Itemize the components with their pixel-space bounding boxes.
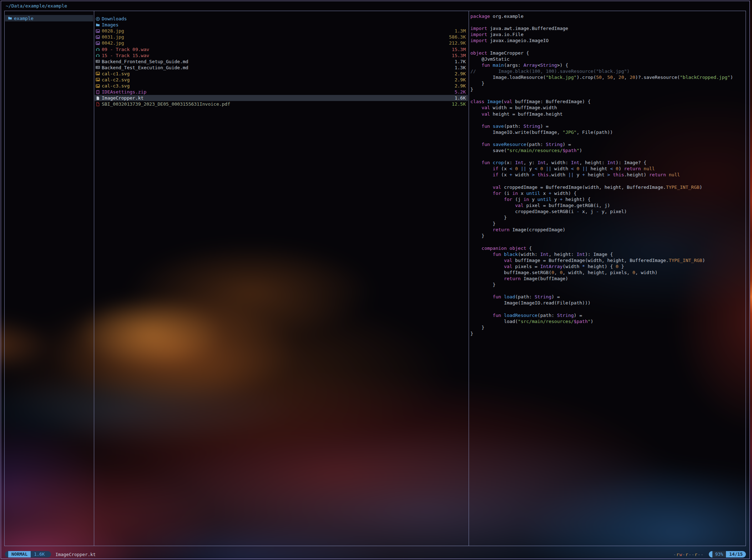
parent-dir-name: example [14,16,34,21]
preview-pane: package org.exampleimport java.awt.image… [470,13,743,544]
file-size: 586.3K [449,34,468,40]
code-line: fun crop(x: Int, y: Int, width: Int, hei… [470,160,743,166]
parent-dir-item[interactable]: example [5,15,93,21]
file-size: 1.3K [455,65,468,70]
file-name: 0031.jpg [102,34,124,40]
file-size: 1.3M [455,28,468,34]
code-line [470,178,743,184]
code-line: buffImage.setRGB(0, 0, width, height, pi… [470,269,743,276]
code-line: } [470,221,743,227]
code-line: Image.loadResource("black.jpg").crop(50,… [470,74,743,80]
code-line: if (x < 0 || y < 0 || width < 0 || heigh… [470,166,743,172]
list-position: 14/15 [726,551,746,558]
file-size: 1.7K [455,59,468,64]
code-line: object ImageCropper { [470,50,743,56]
code-line: ImageIO.write(buffImage, "JPG", File(pat… [470,129,743,135]
file-row[interactable]: ImageCropper.kt1.6K [95,95,468,101]
terminal-screen: ~/Data/example/example example Downloads… [0,0,752,560]
file-name: Downloads [102,16,127,21]
file-row[interactable]: 0028.jpg1.3M [95,28,468,34]
code-line: val croppedImage = BufferedImage(width, … [470,184,743,190]
file-row[interactable]: Backend_Test_Execution_Guide.md1.3K [95,65,468,71]
file-size: 15.3M [452,47,468,52]
pill-left-cap [5,551,8,558]
file-row[interactable]: 0031.jpg586.3K [95,34,468,40]
status-bar: NORMAL 1.6K ImageCropper.kt -rw-r--r-- 9… [5,551,746,558]
file-size: 2.9K [455,77,468,82]
status-left: NORMAL 1.6K ImageCropper.kt [5,551,96,558]
file-name: Images [102,22,118,27]
code-line [470,239,743,245]
code-line: fun saveResource(path: String) = [470,141,743,147]
status-right: -rw-r--r-- 93% 14/15 [673,551,746,558]
file-row[interactable]: 09 - Track 09.wav15.3M [95,46,468,52]
file-row[interactable]: Images [95,22,468,28]
file-row[interactable]: 0042.jpg212.9K [95,40,468,46]
file-icon [95,96,101,100]
code-line: return Image(buffImage) [470,276,743,282]
folder-icon [95,23,101,27]
file-row[interactable]: Backend_Frontend_Setup_Guide.md1.7K [95,59,468,65]
file-name: IDEAsettings.zip [102,89,146,95]
code-line: class Image(val buffImage: BufferedImage… [470,99,743,105]
image-icon [95,29,101,33]
status-filename: ImageCropper.kt [55,552,96,557]
code-line: import java.io.File [470,31,743,37]
file-row[interactable]: cal-c2.svg2.9K [95,77,468,83]
breadcrumb-path: ~/Data/example/example [6,2,67,10]
code-line: companion object { [470,245,743,251]
mode-indicator: NORMAL [8,551,31,558]
file-row[interactable]: 15 - Track 15.wav15.3M [95,52,468,59]
file-row[interactable]: cal-c1.svg2.9K [95,71,468,77]
file-size: 5.2K [455,89,468,95]
folder-icon [7,16,13,20]
image-icon [95,35,101,39]
code-line [470,19,743,25]
code-line [470,288,743,294]
file-size: 212.9K [449,40,468,46]
parent-pane: example [5,15,93,21]
pane-separator-right [469,11,469,546]
code-line: Image(ImageIO.read(File(path))) [470,300,743,306]
file-name: 15 - Track 15.wav [102,53,149,58]
code-line: val height = buffImage.height [470,111,743,117]
image-icon [95,77,101,82]
code-line: fun loadResource(path: String) = [470,312,743,318]
code-line: croppedImage.setRGB(i - x, j - y, pixel) [470,208,743,215]
code-line: } [470,80,743,86]
file-row[interactable]: Downloads [95,16,468,22]
position-pill-left-cap [709,551,712,558]
code-line [470,153,743,160]
code-line [470,44,743,50]
code-line: for (j in y until y + height) { [470,196,743,202]
file-name: SBI_0032013739_2023_DE05_0003155631Invoi… [102,101,230,107]
code-line: val buffImage = BufferedImage(width, hei… [470,257,743,263]
file-size-badge: 1.6K [31,551,48,558]
pdf-icon [95,102,101,106]
code-line: fun main(args: Array<String>) { [470,62,743,68]
file-name: ImageCropper.kt [102,95,143,101]
markdown-icon [95,65,101,70]
position-pill: 93% 14/15 [709,551,746,558]
code-line: if (x + width > this.width || y + height… [470,172,743,178]
code-line: } [470,86,743,92]
file-name: 0042.jpg [102,40,124,46]
file-row[interactable]: SBI_0032013739_2023_DE05_0003155631Invoi… [95,101,468,107]
code-line [470,92,743,99]
file-list-pane: DownloadsImages0028.jpg1.3M0031.jpg586.3… [95,16,468,107]
file-name: cal-c3.svg [102,83,130,89]
file-name: 09 - Track 09.wav [102,47,149,52]
code-line: import javax.imageio.ImageIO [470,37,743,44]
code-line [470,306,743,312]
file-row[interactable]: IDEAsettings.zip5.2K [95,89,468,95]
file-row[interactable]: cal-c3.svg2.9K [95,83,468,89]
file-name: 0028.jpg [102,28,124,34]
wallpaper-edge-strip [750,0,752,560]
code-line: package org.example [470,13,743,19]
image-icon [95,84,101,88]
mode-pill: NORMAL 1.6K [5,551,51,558]
code-line: fun load(path: String) = [470,294,743,300]
archive-icon [95,90,101,94]
code-line: load("src/main/resources/$path") [470,318,743,324]
code-line: val pixels = IntArray(width * height) { … [470,263,743,269]
